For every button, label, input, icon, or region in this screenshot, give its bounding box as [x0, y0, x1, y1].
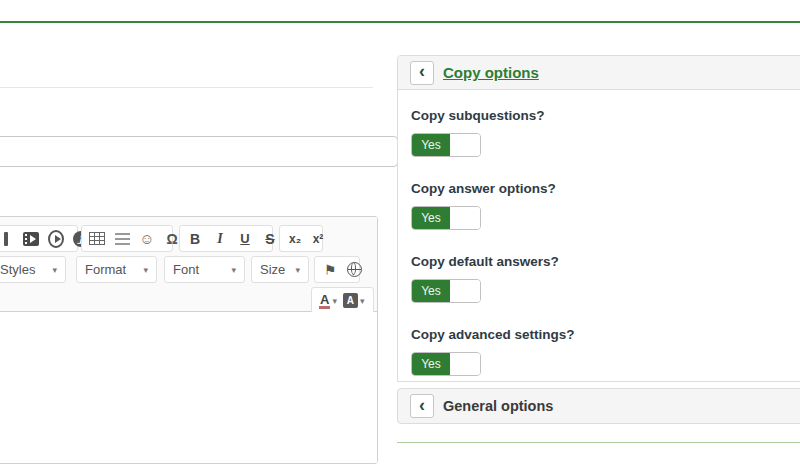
setting-row: Copy subquestions? Yes [411, 108, 787, 157]
expand-panel-button[interactable]: ‹ [410, 394, 434, 418]
background-color-button[interactable]: A ▾ [343, 291, 365, 311]
copy-answer-options-toggle[interactable]: Yes [411, 206, 481, 230]
chevron-down-icon: ▾ [231, 265, 236, 275]
chevron-down-icon: ▾ [332, 296, 337, 306]
video-button[interactable] [23, 229, 39, 249]
styles-dropdown[interactable]: Styles ▾ [0, 256, 66, 283]
media-embed-button[interactable] [48, 229, 64, 249]
copy-answer-options-label: Copy answer options? [411, 181, 787, 196]
top-nav-divider [0, 0, 800, 23]
toggle-off-segment[interactable] [450, 207, 480, 229]
general-options-panel[interactable]: ‹ General options [397, 388, 800, 424]
table-button[interactable] [89, 229, 105, 249]
section-divider [0, 87, 373, 88]
strikethrough-button[interactable]: S [262, 229, 278, 249]
copy-options-panel: ‹ Copy options Copy subquestions? Yes Co… [397, 55, 800, 382]
setting-row: Copy advanced settings? Yes [411, 327, 787, 376]
format-dropdown[interactable]: Format ▾ [76, 256, 157, 283]
rich-text-editor: ƒ ☺ Ω B I U S x₂ x² Styles ▾ Format ▾ F [0, 216, 378, 464]
bold-button[interactable]: B [187, 229, 203, 249]
toggle-yes-segment[interactable]: Yes [412, 134, 450, 156]
copy-subquestions-label: Copy subquestions? [411, 108, 787, 123]
text-color-icon: A [319, 293, 330, 309]
horizontal-rule-button[interactable] [114, 229, 130, 249]
italic-button[interactable]: I [212, 229, 228, 249]
language-button-group: ⚑ [314, 256, 360, 283]
collapse-panel-button[interactable]: ‹ [410, 61, 434, 85]
toggle-yes-segment[interactable]: Yes [412, 280, 450, 302]
editor-content-area[interactable] [0, 312, 377, 463]
text-style-button-group: B I U S [179, 225, 273, 252]
chevron-left-icon: ‹ [419, 396, 425, 414]
globe-icon [347, 262, 362, 277]
toggle-off-segment[interactable] [450, 280, 480, 302]
underline-button[interactable]: U [237, 229, 253, 249]
copy-default-answers-toggle[interactable]: Yes [411, 279, 481, 303]
toggle-yes-segment[interactable]: Yes [412, 207, 450, 229]
toggle-off-segment[interactable] [450, 134, 480, 156]
smiley-button[interactable]: ☺ [139, 229, 155, 249]
image-icon [4, 232, 8, 246]
chevron-down-icon: ▾ [143, 265, 148, 275]
copy-default-answers-label: Copy default answers? [411, 254, 787, 269]
background-color-icon: A [343, 293, 358, 308]
font-dropdown[interactable]: Font ▾ [164, 256, 245, 283]
toggle-off-segment[interactable] [450, 353, 480, 375]
size-dropdown-label: Size [260, 262, 285, 277]
media-button-group: ƒ [0, 225, 78, 252]
globe-button[interactable] [346, 260, 362, 280]
copy-subquestions-toggle[interactable]: Yes [411, 133, 481, 157]
setting-row: Copy answer options? Yes [411, 181, 787, 230]
script-button-group: x₂ x² [279, 225, 323, 252]
special-char-button[interactable]: Ω [164, 229, 180, 249]
chevron-down-icon: ▾ [52, 265, 57, 275]
chevron-left-icon: ‹ [419, 62, 425, 80]
format-dropdown-label: Format [85, 262, 126, 277]
insert-button-group: ☺ Ω [81, 225, 173, 252]
superscript-button[interactable]: x² [310, 229, 326, 249]
editor-toolbar: ƒ ☺ Ω B I U S x₂ x² Styles ▾ Format ▾ F [0, 217, 377, 312]
general-options-title: General options [443, 398, 553, 414]
setting-row: Copy default answers? Yes [411, 254, 787, 303]
play-circle-icon [48, 230, 64, 248]
color-button-group: A ▾ A ▾ [311, 287, 374, 314]
copy-advanced-settings-label: Copy advanced settings? [411, 327, 787, 342]
image-icon[interactable] [0, 229, 14, 249]
font-dropdown-label: Font [173, 262, 199, 277]
video-icon [23, 232, 39, 246]
table-icon [89, 232, 105, 245]
horizontal-rule-icon [115, 233, 130, 245]
bottom-green-divider [397, 442, 800, 443]
text-color-button[interactable]: A ▾ [319, 291, 337, 311]
styles-dropdown-label: Styles [0, 262, 35, 277]
copy-options-title[interactable]: Copy options [443, 64, 539, 81]
question-code-input[interactable] [0, 136, 398, 167]
copy-options-header: ‹ Copy options [398, 56, 800, 90]
chevron-down-icon: ▾ [360, 296, 365, 306]
toggle-yes-segment[interactable]: Yes [412, 353, 450, 375]
size-dropdown[interactable]: Size ▾ [251, 256, 309, 283]
flag-button[interactable]: ⚑ [322, 260, 338, 280]
copy-advanced-settings-toggle[interactable]: Yes [411, 352, 481, 376]
subscript-button[interactable]: x₂ [287, 229, 303, 249]
copy-options-body: Copy subquestions? Yes Copy answer optio… [398, 90, 800, 376]
chevron-down-icon: ▾ [295, 265, 300, 275]
